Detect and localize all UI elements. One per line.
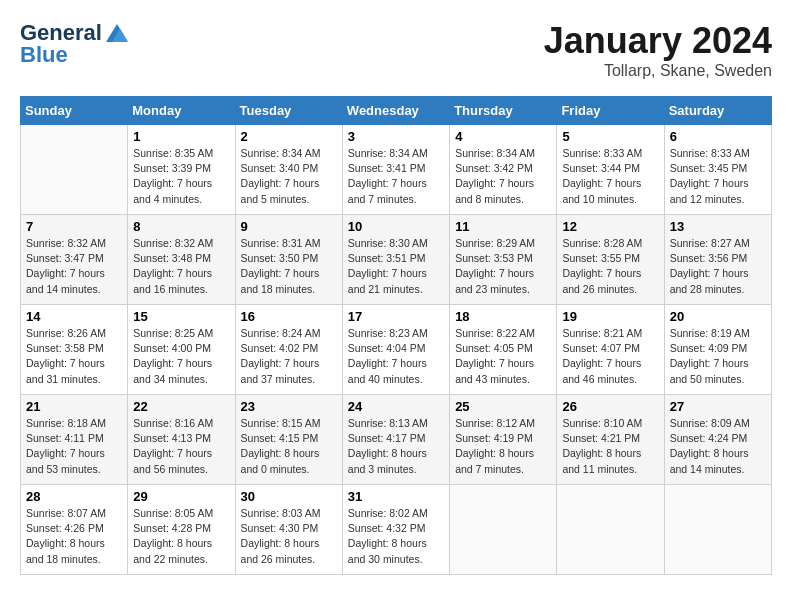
day-info: Sunrise: 8:16 AMSunset: 4:13 PMDaylight:… [133,416,229,477]
day-info: Sunrise: 8:34 AMSunset: 3:40 PMDaylight:… [241,146,337,207]
calendar-cell: 29Sunrise: 8:05 AMSunset: 4:28 PMDayligh… [128,485,235,575]
day-info: Sunrise: 8:09 AMSunset: 4:24 PMDaylight:… [670,416,766,477]
calendar-cell: 16Sunrise: 8:24 AMSunset: 4:02 PMDayligh… [235,305,342,395]
calendar-cell [21,125,128,215]
calendar-cell: 30Sunrise: 8:03 AMSunset: 4:30 PMDayligh… [235,485,342,575]
day-number: 12 [562,219,658,234]
day-number: 9 [241,219,337,234]
day-number: 28 [26,489,122,504]
location-title: Tollarp, Skane, Sweden [544,62,772,80]
calendar-cell: 14Sunrise: 8:26 AMSunset: 3:58 PMDayligh… [21,305,128,395]
calendar-cell: 25Sunrise: 8:12 AMSunset: 4:19 PMDayligh… [450,395,557,485]
day-info: Sunrise: 8:12 AMSunset: 4:19 PMDaylight:… [455,416,551,477]
calendar-cell: 4Sunrise: 8:34 AMSunset: 3:42 PMDaylight… [450,125,557,215]
day-number: 18 [455,309,551,324]
day-number: 22 [133,399,229,414]
day-number: 14 [26,309,122,324]
calendar-cell: 21Sunrise: 8:18 AMSunset: 4:11 PMDayligh… [21,395,128,485]
day-info: Sunrise: 8:26 AMSunset: 3:58 PMDaylight:… [26,326,122,387]
day-number: 2 [241,129,337,144]
header-day-monday: Monday [128,97,235,125]
day-number: 3 [348,129,444,144]
calendar-table: SundayMondayTuesdayWednesdayThursdayFrid… [20,96,772,575]
day-number: 25 [455,399,551,414]
calendar-cell: 15Sunrise: 8:25 AMSunset: 4:00 PMDayligh… [128,305,235,395]
calendar-week-2: 7Sunrise: 8:32 AMSunset: 3:47 PMDaylight… [21,215,772,305]
day-number: 7 [26,219,122,234]
calendar-header-row: SundayMondayTuesdayWednesdayThursdayFrid… [21,97,772,125]
month-title: January 2024 [544,20,772,62]
day-info: Sunrise: 8:05 AMSunset: 4:28 PMDaylight:… [133,506,229,567]
calendar-cell: 19Sunrise: 8:21 AMSunset: 4:07 PMDayligh… [557,305,664,395]
calendar-cell [557,485,664,575]
day-info: Sunrise: 8:32 AMSunset: 3:48 PMDaylight:… [133,236,229,297]
calendar-cell: 24Sunrise: 8:13 AMSunset: 4:17 PMDayligh… [342,395,449,485]
day-number: 21 [26,399,122,414]
calendar-cell: 8Sunrise: 8:32 AMSunset: 3:48 PMDaylight… [128,215,235,305]
day-info: Sunrise: 8:21 AMSunset: 4:07 PMDaylight:… [562,326,658,387]
header-day-sunday: Sunday [21,97,128,125]
calendar-cell [450,485,557,575]
day-number: 30 [241,489,337,504]
calendar-cell: 22Sunrise: 8:16 AMSunset: 4:13 PMDayligh… [128,395,235,485]
day-info: Sunrise: 8:25 AMSunset: 4:00 PMDaylight:… [133,326,229,387]
day-info: Sunrise: 8:18 AMSunset: 4:11 PMDaylight:… [26,416,122,477]
calendar-cell: 2Sunrise: 8:34 AMSunset: 3:40 PMDaylight… [235,125,342,215]
day-info: Sunrise: 8:15 AMSunset: 4:15 PMDaylight:… [241,416,337,477]
title-block: January 2024 Tollarp, Skane, Sweden [544,20,772,80]
calendar-week-1: 1Sunrise: 8:35 AMSunset: 3:39 PMDaylight… [21,125,772,215]
calendar-cell: 26Sunrise: 8:10 AMSunset: 4:21 PMDayligh… [557,395,664,485]
day-number: 24 [348,399,444,414]
day-number: 1 [133,129,229,144]
day-number: 31 [348,489,444,504]
calendar-cell: 28Sunrise: 8:07 AMSunset: 4:26 PMDayligh… [21,485,128,575]
page-header: General Blue January 2024 Tollarp, Skane… [20,20,772,80]
calendar-cell: 9Sunrise: 8:31 AMSunset: 3:50 PMDaylight… [235,215,342,305]
day-info: Sunrise: 8:33 AMSunset: 3:45 PMDaylight:… [670,146,766,207]
day-info: Sunrise: 8:02 AMSunset: 4:32 PMDaylight:… [348,506,444,567]
day-info: Sunrise: 8:32 AMSunset: 3:47 PMDaylight:… [26,236,122,297]
calendar-cell: 27Sunrise: 8:09 AMSunset: 4:24 PMDayligh… [664,395,771,485]
day-number: 5 [562,129,658,144]
logo-icon [106,24,128,42]
day-info: Sunrise: 8:22 AMSunset: 4:05 PMDaylight:… [455,326,551,387]
day-info: Sunrise: 8:10 AMSunset: 4:21 PMDaylight:… [562,416,658,477]
day-info: Sunrise: 8:34 AMSunset: 3:41 PMDaylight:… [348,146,444,207]
logo: General Blue [20,20,128,68]
header-day-saturday: Saturday [664,97,771,125]
calendar-cell: 6Sunrise: 8:33 AMSunset: 3:45 PMDaylight… [664,125,771,215]
day-number: 11 [455,219,551,234]
calendar-cell: 12Sunrise: 8:28 AMSunset: 3:55 PMDayligh… [557,215,664,305]
day-info: Sunrise: 8:35 AMSunset: 3:39 PMDaylight:… [133,146,229,207]
day-info: Sunrise: 8:07 AMSunset: 4:26 PMDaylight:… [26,506,122,567]
day-number: 26 [562,399,658,414]
day-info: Sunrise: 8:27 AMSunset: 3:56 PMDaylight:… [670,236,766,297]
calendar-cell: 13Sunrise: 8:27 AMSunset: 3:56 PMDayligh… [664,215,771,305]
day-number: 13 [670,219,766,234]
day-info: Sunrise: 8:31 AMSunset: 3:50 PMDaylight:… [241,236,337,297]
day-info: Sunrise: 8:33 AMSunset: 3:44 PMDaylight:… [562,146,658,207]
day-info: Sunrise: 8:23 AMSunset: 4:04 PMDaylight:… [348,326,444,387]
calendar-cell: 5Sunrise: 8:33 AMSunset: 3:44 PMDaylight… [557,125,664,215]
calendar-cell: 18Sunrise: 8:22 AMSunset: 4:05 PMDayligh… [450,305,557,395]
calendar-cell: 31Sunrise: 8:02 AMSunset: 4:32 PMDayligh… [342,485,449,575]
calendar-cell [664,485,771,575]
header-day-friday: Friday [557,97,664,125]
day-number: 4 [455,129,551,144]
day-number: 8 [133,219,229,234]
day-number: 29 [133,489,229,504]
day-number: 23 [241,399,337,414]
day-info: Sunrise: 8:24 AMSunset: 4:02 PMDaylight:… [241,326,337,387]
day-number: 17 [348,309,444,324]
day-info: Sunrise: 8:03 AMSunset: 4:30 PMDaylight:… [241,506,337,567]
calendar-cell: 7Sunrise: 8:32 AMSunset: 3:47 PMDaylight… [21,215,128,305]
calendar-cell: 10Sunrise: 8:30 AMSunset: 3:51 PMDayligh… [342,215,449,305]
calendar-cell: 23Sunrise: 8:15 AMSunset: 4:15 PMDayligh… [235,395,342,485]
calendar-cell: 20Sunrise: 8:19 AMSunset: 4:09 PMDayligh… [664,305,771,395]
day-info: Sunrise: 8:29 AMSunset: 3:53 PMDaylight:… [455,236,551,297]
day-info: Sunrise: 8:30 AMSunset: 3:51 PMDaylight:… [348,236,444,297]
day-number: 10 [348,219,444,234]
day-number: 20 [670,309,766,324]
header-day-wednesday: Wednesday [342,97,449,125]
day-info: Sunrise: 8:19 AMSunset: 4:09 PMDaylight:… [670,326,766,387]
